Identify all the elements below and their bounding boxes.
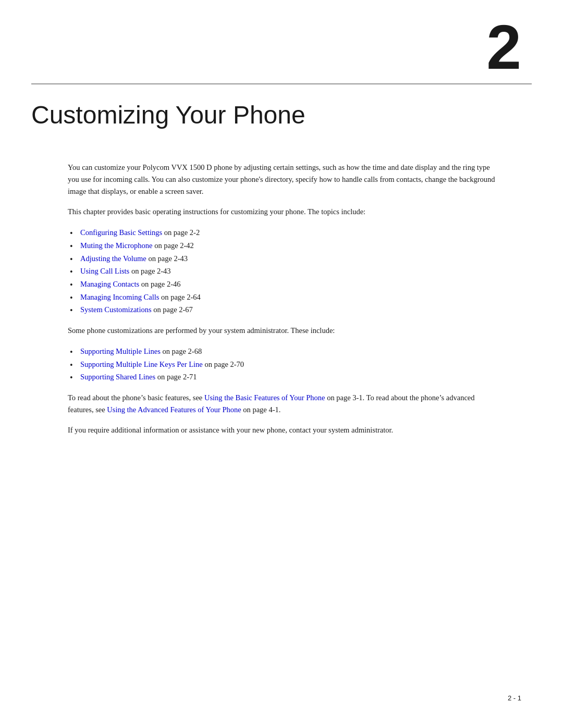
- topic-suffix: on page 2-68: [161, 347, 202, 355]
- topics-list: Configuring Basic Settings on page 2-2 M…: [68, 226, 495, 316]
- muting-microphone-link[interactable]: Muting the Microphone: [80, 241, 153, 250]
- topic-suffix: on page 2-42: [153, 241, 194, 250]
- page-number: 2 - 1: [508, 694, 521, 702]
- supporting-multiple-line-keys-link[interactable]: Supporting Multiple Line Keys Per Line: [80, 360, 203, 368]
- topic-suffix: on page 2-2: [162, 228, 200, 237]
- chapter-number-area: 2: [0, 0, 563, 83]
- page-container: 2 Customizing Your Phone You can customi…: [0, 0, 563, 728]
- list-item: Managing Incoming Calls on page 2-64: [68, 291, 495, 304]
- list-item: Using Call Lists on page 2-43: [68, 265, 495, 278]
- basic-features-link[interactable]: Using the Basic Features of Your Phone: [204, 393, 325, 402]
- system-customizations-link[interactable]: System Customizations: [80, 305, 152, 314]
- intro-paragraph-1: You can customize your Polycom VVX 1500 …: [68, 162, 495, 198]
- chapter-number: 2: [486, 16, 521, 78]
- list-item: System Customizations on page 2-67: [68, 303, 495, 316]
- final-note: If you require additional information or…: [68, 424, 495, 436]
- supporting-shared-lines-link[interactable]: Supporting Shared Lines: [80, 373, 155, 381]
- topic-suffix: on page 2-46: [139, 280, 180, 288]
- page-footer: 2 - 1: [508, 694, 521, 702]
- configuring-basic-settings-link[interactable]: Configuring Basic Settings: [80, 228, 162, 237]
- list-item: Muting the Microphone on page 2-42: [68, 239, 495, 252]
- advanced-features-link[interactable]: Using the Advanced Features of Your Phon…: [107, 405, 241, 414]
- cross-ref-paragraph: To read about the phone’s basic features…: [68, 392, 495, 416]
- content-area: You can customize your Polycom VVX 1500 …: [0, 151, 563, 476]
- list-item: Adjusting the Volume on page 2-43: [68, 252, 495, 265]
- list-item: Managing Contacts on page 2-46: [68, 278, 495, 291]
- supporting-multiple-lines-link[interactable]: Supporting Multiple Lines: [80, 347, 161, 355]
- list-item: Supporting Multiple Lines on page 2-68: [68, 345, 495, 358]
- admin-topics-list: Supporting Multiple Lines on page 2-68 S…: [68, 345, 495, 384]
- topic-suffix: on page 2-64: [159, 293, 200, 301]
- intro-paragraph-2: This chapter provides basic operating in…: [68, 206, 495, 218]
- list-item: Configuring Basic Settings on page 2-2: [68, 226, 495, 239]
- admin-note: Some phone customizations are performed …: [68, 325, 495, 337]
- using-call-lists-link[interactable]: Using Call Lists: [80, 267, 129, 275]
- chapter-title: Customizing Your Phone: [0, 84, 563, 151]
- managing-contacts-link[interactable]: Managing Contacts: [80, 280, 139, 288]
- cross-ref-prefix: To read about the phone’s basic features…: [68, 393, 204, 402]
- list-item: Supporting Shared Lines on page 2-71: [68, 371, 495, 384]
- cross-ref-suffix: on page 4-1.: [241, 405, 281, 414]
- adjusting-volume-link[interactable]: Adjusting the Volume: [80, 254, 146, 263]
- list-item: Supporting Multiple Line Keys Per Line o…: [68, 358, 495, 371]
- topic-suffix: on page 2-67: [152, 305, 193, 314]
- topic-suffix: on page 2-70: [203, 360, 244, 368]
- managing-incoming-calls-link[interactable]: Managing Incoming Calls: [80, 293, 159, 301]
- topic-suffix: on page 2-43: [129, 267, 170, 275]
- topic-suffix: on page 2-71: [155, 373, 197, 381]
- topic-suffix: on page 2-43: [146, 254, 188, 263]
